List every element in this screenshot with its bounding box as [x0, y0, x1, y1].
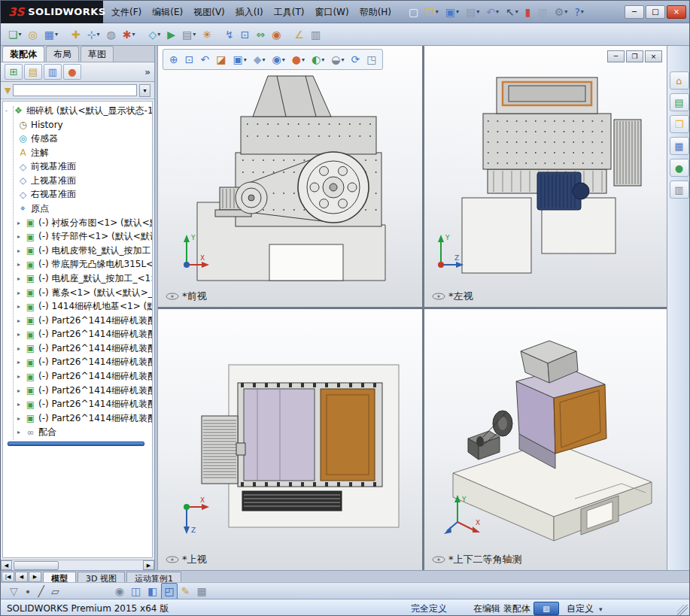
rollback-bar[interactable] [8, 442, 144, 446]
bill-of-materials-button[interactable]: ▤ ▾ [179, 26, 199, 43]
scrollbar-thumb[interactable] [14, 561, 59, 570]
tree-item-rotor[interactable]: ▸ ▣ (-) 转子部件<1> (默认<默认 [3, 229, 152, 244]
tree-expander[interactable]: ▸ [17, 261, 25, 268]
tree-expander[interactable]: ▸ [17, 275, 25, 282]
previous-view-button[interactable]: ↶ ▾ [197, 51, 212, 68]
mass-properties-button[interactable]: ▥ ▾ [308, 26, 324, 43]
viewport-front[interactable]: Y X *前视 [158, 46, 422, 307]
tree-item-history[interactable]: ◷ History [3, 118, 152, 132]
menu-edit[interactable]: 编辑(E) [147, 1, 188, 23]
interference-detection-button[interactable]: ⊡ ▾ [238, 26, 253, 43]
menu-file[interactable]: 文件(F) [106, 1, 147, 23]
doc-close-button[interactable]: × [645, 50, 662, 62]
tree-expander[interactable]: - [5, 108, 13, 114]
display-style-button[interactable]: ◆ ▾ [251, 51, 269, 68]
solidworks-resources-tab[interactable]: ⌂ [670, 71, 689, 90]
filter-edges-button[interactable]: ╱ [35, 583, 47, 599]
panel-tab-assembly[interactable]: 装配体 [2, 46, 44, 62]
close-button[interactable]: × [667, 5, 686, 19]
tree-item-origin[interactable]: ⌖ 原点 [3, 202, 152, 216]
viewport-left[interactable]: Y Z *左视 [424, 46, 667, 307]
3d-drawing-view-button[interactable]: ◳ ▾ [363, 51, 379, 68]
rebuild-button[interactable]: ▮ ▾ [522, 4, 534, 20]
tree-item-sensors[interactable]: ◎ 传感器 [3, 132, 152, 146]
hole-alignment-button[interactable]: ◉ ▾ [269, 26, 284, 43]
custom-properties-tab[interactable]: ▥ [670, 181, 689, 199]
configurationmanager-tab[interactable]: ▥ [44, 64, 62, 80]
grid-button[interactable]: ▦ [193, 583, 209, 599]
tree-expander[interactable]: ▸ [17, 359, 25, 366]
tree-item-motor-315l[interactable]: ▸ ▣ (-) 带底脚无凸缘电机315L<1 [3, 258, 152, 272]
tree-item-part26-4[interactable]: ▸ ▣ (-) Part26^1414细碎机装配 [3, 356, 152, 370]
save-button[interactable]: ▣ ▾ [442, 4, 462, 20]
new-motion-study-button[interactable]: ▶ ▾ [164, 26, 178, 43]
tree-expander[interactable]: ▸ [17, 233, 25, 240]
options-button[interactable]: ⚙ ▾ [552, 4, 571, 20]
menu-view[interactable]: 视图(V) [188, 1, 230, 23]
tree-item-annotations[interactable]: A 注解 [3, 146, 152, 160]
maximize-button[interactable]: □ [646, 5, 665, 19]
menu-insert[interactable]: 插入(I) [230, 1, 269, 23]
tree-expander[interactable]: ▸ [17, 317, 25, 324]
tree-item-liner-layout[interactable]: ▸ ▣ (-) 衬板分布图<1> (默认<默 [3, 216, 152, 230]
tab-model[interactable]: 模型 [43, 572, 76, 582]
show-hidden-components-button[interactable]: ◍ ▾ [104, 26, 119, 43]
tree-expander[interactable]: ▸ [17, 290, 25, 296]
display-pane-button[interactable]: ◫ [128, 583, 144, 599]
panel-expand-chevron[interactable]: » [144, 67, 150, 77]
resize-grip[interactable] [677, 605, 688, 615]
tree-expander[interactable]: ▸ [17, 247, 25, 254]
tree-item-root[interactable]: - ❖ 细碎机 (默认<默认_显示状态-1 [3, 104, 152, 118]
displaymanager-tab[interactable]: ● [63, 64, 81, 80]
tree-item-part26-7[interactable]: ▸ ▣ (-) Part26^1414细碎机装配 [3, 397, 152, 411]
tree-item-part26-6[interactable]: ▸ ▣ (-) Part26^1414细碎机装配 [3, 384, 152, 398]
zoom-area-button[interactable]: ⊡ ▾ [182, 51, 197, 68]
viewport-isometric[interactable]: Y X *上下二等角轴测 [424, 309, 667, 570]
open-button[interactable]: ❐ ▾ [422, 4, 442, 20]
new-document-button[interactable]: ▢ ▾ [406, 4, 421, 20]
snapshot-button[interactable]: ◉ [112, 583, 127, 599]
tag-status-chip[interactable]: ▧ [533, 602, 559, 615]
tree-item-part26-8[interactable]: ▸ ▣ (-) Part26^1414细碎机装配 [3, 411, 152, 426]
tree-item-part26-2[interactable]: ▸ ▣ (-) Part26^1414细碎机装配 [3, 328, 152, 342]
edit-appearance-button[interactable]: ● ▾ [289, 51, 308, 68]
scroll-right-button[interactable]: ▶ [143, 560, 154, 570]
appearances-scenes-tab[interactable]: ● [670, 159, 689, 177]
tree-expander[interactable]: ▸ [17, 303, 25, 310]
filter-faces-button[interactable]: ▱ [48, 583, 62, 599]
featuremanager-tree-tab[interactable]: ⊞ [5, 64, 23, 80]
move-component-button[interactable]: ⊹ ▾ [84, 26, 103, 43]
clearance-verification-button[interactable]: ⇔ ▾ [254, 26, 269, 43]
hide-show-items-button[interactable]: ◉ ▾ [269, 51, 287, 68]
select-button[interactable]: ↖ ▾ [503, 4, 521, 20]
tree-item-top-plane[interactable]: ◇ 上视基准面 [3, 174, 152, 188]
custom-status-dropdown[interactable]: 自定义 ▾ [567, 602, 603, 615]
print-button[interactable]: ▤ ▾ [463, 4, 482, 20]
doc-restore-button[interactable]: ❐ [626, 50, 643, 62]
viewport-top[interactable]: X Z *上视 [158, 309, 422, 570]
tree-item-part26-3[interactable]: ▸ ▣ (-) Part26^1414细碎机装配 [3, 341, 152, 356]
tree-item-foundation[interactable]: ▸ ▣ (-) 1414细碎机地基<1> (默认 [3, 299, 152, 314]
selection-filter-toggle-button[interactable]: ▽ [7, 583, 21, 599]
tree-expander[interactable]: ▸ [17, 373, 25, 380]
reference-geometry-button[interactable]: ◇ ▾ [146, 26, 164, 43]
zoom-fit-button[interactable]: ⊕ ▾ [166, 51, 181, 68]
tree-filter-input[interactable] [13, 84, 137, 96]
smart-fasteners-button[interactable]: ✚ ▾ [68, 26, 84, 43]
tab-3d-views[interactable]: 3D 视图 [78, 572, 125, 582]
menu-tools[interactable]: 工具(T) [269, 1, 310, 23]
section-view-button[interactable]: ◪ ▾ [213, 51, 229, 68]
mate-button[interactable]: ◎ ▾ [26, 26, 41, 43]
tree-expander[interactable]: ▸ [17, 331, 25, 338]
menu-help[interactable]: 帮助(H) [354, 1, 397, 23]
shaded-mode-button[interactable]: ◰ [161, 583, 177, 599]
menu-window[interactable]: 窗口(W) [309, 1, 354, 23]
doc-minimize-button[interactable]: ─ [607, 50, 625, 62]
view-orientation-button[interactable]: ▣ ▾ [229, 51, 249, 68]
filter-dropdown-button[interactable]: ▾ [139, 84, 150, 97]
view-settings-button[interactable]: ◒ ▾ [328, 51, 347, 68]
filter-vertices-button[interactable]: ∙ [22, 583, 35, 599]
explode-line-sketch-button[interactable]: ↯ ▾ [222, 26, 237, 43]
tabs-scroll-next-button[interactable]: ▶ [29, 572, 41, 582]
tabs-scroll-prev-button[interactable]: ◀ [15, 572, 28, 582]
